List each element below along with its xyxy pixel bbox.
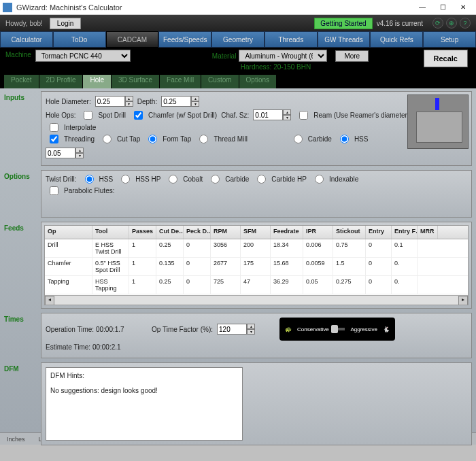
table-row[interactable]: DrillE HSS Twist Drill10.250305620018.34… xyxy=(45,239,468,258)
scroll-left-icon[interactable]: ◂ xyxy=(45,296,54,305)
interpolate-checkbox[interactable] xyxy=(50,123,58,132)
close-button[interactable]: ✕ xyxy=(453,1,473,14)
inputs-title: Inputs xyxy=(4,91,41,166)
table-row[interactable]: TappingHSS Tapping10.2507254736.290.050.… xyxy=(45,276,468,294)
col-header[interactable]: Peck D… xyxy=(184,226,211,239)
down-icon[interactable]: ▾ xyxy=(125,101,133,107)
col-header[interactable]: Op xyxy=(45,226,92,239)
dfm-hints-box: DFM Hints: No suggestions: design looks … xyxy=(46,367,243,441)
formtap-radio[interactable] xyxy=(148,135,157,143)
up-icon[interactable]: ▴ xyxy=(125,96,133,101)
refresh-icon[interactable]: ⟳ xyxy=(432,18,443,29)
holeops-label: Hole Ops: xyxy=(46,112,75,119)
twist-hsshp-radio[interactable] xyxy=(121,175,130,184)
col-header[interactable]: Tool xyxy=(92,226,129,239)
hscrollbar[interactable]: ◂ ▸ xyxy=(45,295,468,305)
tab-calculator[interactable]: Calculator xyxy=(0,31,53,48)
login-button[interactable]: Login xyxy=(50,18,81,29)
titlebar: GWizard: Machinist's Calculator — ☐ ✕ xyxy=(0,0,476,15)
threadmill-radio[interactable] xyxy=(199,135,208,143)
parabolic-checkbox[interactable] xyxy=(50,186,58,195)
subtab-hole[interactable]: Hole xyxy=(83,75,111,88)
machine-select[interactable]: Tormach PCNC 440 xyxy=(35,50,131,62)
tab-gwthreads[interactable]: GW Threads xyxy=(318,31,371,48)
threadpitch-input[interactable] xyxy=(46,148,75,158)
col-header[interactable]: Cut De… xyxy=(156,226,184,239)
col-header[interactable]: Entry xyxy=(366,226,392,239)
subtab-custom[interactable]: Custom xyxy=(201,75,238,88)
options-title: Options xyxy=(4,170,41,218)
chamfer-checkbox[interactable] xyxy=(134,111,143,120)
dfm-panel: DFM Hints: No suggestions: design looks … xyxy=(41,362,472,445)
units-status: Inches xyxy=(7,436,25,443)
dfm-title: DFM xyxy=(4,362,41,445)
op-time: Operation Time: 00:00:1.7 xyxy=(46,326,148,333)
tab-geometry[interactable]: Geometry xyxy=(211,31,265,48)
greeting: Howdy, bob! xyxy=(5,20,43,27)
threading-checkbox[interactable] xyxy=(50,135,58,143)
getting-started-button[interactable]: Getting Started xyxy=(314,18,372,29)
times-title: Times xyxy=(4,313,41,358)
col-header[interactable]: IPR xyxy=(303,226,333,239)
col-header[interactable]: SFM xyxy=(241,226,271,239)
subtab-dprofile[interactable]: 2D Profile xyxy=(39,75,83,88)
table-row[interactable]: Chamfer0.5" HSS Spot Drill10.13502677175… xyxy=(45,258,468,276)
user-bar: Howdy, bob! Login Getting Started v4.16 … xyxy=(0,15,476,31)
factor-input[interactable] xyxy=(217,324,247,335)
col-header[interactable]: Stickout xyxy=(333,226,366,239)
col-header[interactable]: MRR xyxy=(418,226,438,239)
feeds-title: Feeds xyxy=(4,222,41,309)
machine-bar: Machine Tormach PCNC 440 Material Alumin… xyxy=(0,48,476,75)
hole-dia-input[interactable] xyxy=(95,96,125,107)
chafsz-input[interactable] xyxy=(253,109,283,120)
subtab-options[interactable]: Options xyxy=(239,75,276,88)
inputs-panel: Hole Diameter: ▴▾ Depth: ▴▾ Hole Ops: Sp… xyxy=(41,91,472,166)
carbide-radio[interactable] xyxy=(294,135,303,143)
subtab-pocket[interactable]: Pocket xyxy=(4,75,39,88)
rabbit-icon: 🐇 xyxy=(383,326,390,332)
col-header[interactable]: Passes xyxy=(129,226,156,239)
twist-carbide-radio[interactable] xyxy=(211,175,220,184)
aggressiveness-slider[interactable]: 🐢 Conservative Aggressive 🐇 xyxy=(279,318,395,341)
depth-input[interactable] xyxy=(161,96,191,107)
hss-radio[interactable] xyxy=(340,135,349,143)
ream-checkbox[interactable] xyxy=(299,111,308,120)
scroll-right-icon[interactable]: ▸ xyxy=(458,296,468,305)
est-time: Estimate Time: 00:00:2.1 xyxy=(46,343,121,351)
times-panel: Operation Time: 00:00:1.7 Op Time Factor… xyxy=(41,313,472,358)
twist-cobalt-radio[interactable] xyxy=(169,175,177,184)
tab-cadcam[interactable]: CADCAM xyxy=(106,31,159,48)
recalc-button[interactable]: Recalc xyxy=(424,50,468,67)
turtle-icon: 🐢 xyxy=(285,326,292,332)
tab-setup[interactable]: Setup xyxy=(423,31,476,48)
machine-label: Machine xyxy=(5,51,31,58)
cuttap-radio[interactable] xyxy=(103,135,112,143)
minimize-button[interactable]: — xyxy=(412,1,432,14)
help-icon[interactable]: ? xyxy=(460,18,471,29)
twist-hss-radio[interactable] xyxy=(85,175,94,184)
twist-indexable-radio[interactable] xyxy=(315,175,324,184)
subtab-dsurface[interactable]: 3D Surface xyxy=(112,75,159,88)
tab-todo[interactable]: ToDo xyxy=(53,31,106,48)
main-tabs: CalculatorToDoCADCAMFeeds/SpeedsGeometry… xyxy=(0,31,476,48)
twist-carbidehp-radio[interactable] xyxy=(257,175,266,184)
tab-feedsspeeds[interactable]: Feeds/Speeds xyxy=(158,31,211,48)
hole-dia-label: Hole Diameter: xyxy=(46,98,91,105)
globe-icon[interactable]: ⊕ xyxy=(446,18,457,29)
hole-preview xyxy=(407,95,469,149)
feeds-table: OpToolPassesCut De…Peck D…RPMSFMFeedrate… xyxy=(44,225,469,305)
col-header[interactable]: Entry F… xyxy=(392,226,418,239)
feeds-panel: OpToolPassesCut De…Peck D…RPMSFMFeedrate… xyxy=(41,222,472,309)
sub-tabs: Pocket2D ProfileHole3D SurfaceFace MillC… xyxy=(0,75,476,88)
spotdrill-checkbox[interactable] xyxy=(84,111,92,120)
tab-quickrefs[interactable]: Quick Refs xyxy=(370,31,423,48)
tab-threads[interactable]: Threads xyxy=(265,31,318,48)
app-icon xyxy=(3,3,12,12)
col-header[interactable]: RPM xyxy=(211,226,241,239)
material-select[interactable]: Aluminum - Wrought (6061) xyxy=(239,50,327,62)
col-header[interactable]: Feedrate xyxy=(271,226,303,239)
maximize-button[interactable]: ☐ xyxy=(432,1,453,14)
subtab-facemill[interactable]: Face Mill xyxy=(160,75,201,88)
material-more-button[interactable]: More xyxy=(335,50,369,62)
depth-label: Depth: xyxy=(137,98,157,105)
